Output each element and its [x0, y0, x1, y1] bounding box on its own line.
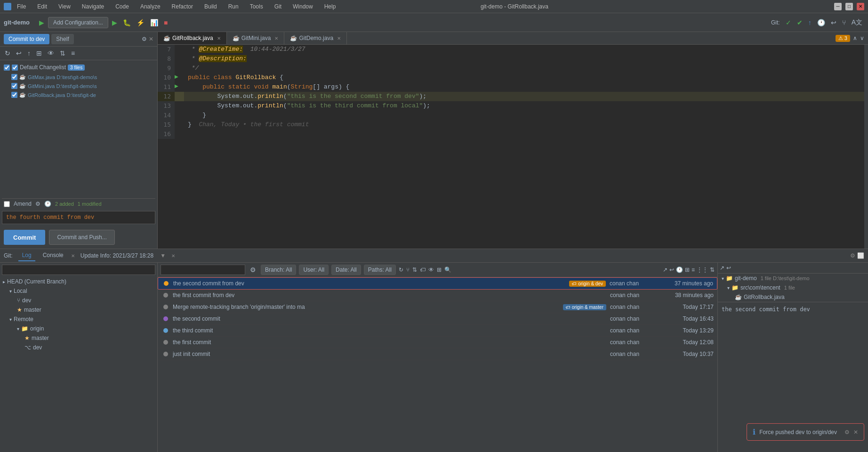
menu-window[interactable]: Window: [291, 2, 315, 11]
git-revert-icon[interactable]: ↩: [829, 17, 838, 28]
expand-right-icon[interactable]: ↗: [720, 265, 724, 271]
git-commit-icon[interactable]: ✓: [784, 17, 793, 28]
close-tab1-icon[interactable]: ✕: [217, 36, 221, 41]
sort-icon[interactable]: ⇅: [58, 48, 67, 58]
git-log-search-input[interactable]: [161, 265, 245, 275]
clock-log-icon[interactable]: 🕐: [676, 266, 683, 273]
eye-icon[interactable]: 👁: [46, 48, 56, 58]
translate-icon[interactable]: A文: [850, 16, 864, 29]
search-icon-log[interactable]: 🔍: [444, 266, 451, 273]
git-check-icon[interactable]: ✔: [795, 17, 804, 28]
filter2-icon[interactable]: ≡: [691, 266, 695, 273]
menu-code[interactable]: Code: [113, 2, 131, 11]
log-row-6[interactable]: the first commit conan chan Today 12:08: [158, 337, 717, 348]
menu-refactor[interactable]: Refactor: [170, 2, 195, 11]
undo-log-icon[interactable]: ↩: [669, 266, 674, 273]
panel-settings-icon[interactable]: ⚙: [142, 36, 147, 42]
menu-navigate[interactable]: Navigate: [80, 2, 106, 11]
commit-and-push-button[interactable]: Commit and Push...: [49, 230, 114, 245]
git-settings-icon[interactable]: ⚙: [850, 252, 855, 259]
add-configuration-button[interactable]: Add Configuration...: [48, 17, 108, 28]
git-tree-head[interactable]: ▸ HEAD (Current Branch): [0, 277, 157, 286]
editor-scrollbar[interactable]: [864, 45, 868, 249]
refresh-icon-log[interactable]: ↻: [399, 266, 403, 273]
menu-git[interactable]: Git: [273, 2, 283, 11]
paths-filter-btn[interactable]: Paths: All: [364, 265, 396, 275]
git-tree-local[interactable]: ▾ Local: [0, 286, 157, 296]
file-item-gitmax[interactable]: ☕ GitMax.java D:\test\git-demo\s: [2, 73, 155, 81]
move-icon[interactable]: ↑: [25, 48, 32, 58]
file-tree-gitrollback[interactable]: ☕ GitRollback.java: [718, 292, 868, 302]
git-tree-branch-dev[interactable]: ⑂ dev: [0, 296, 157, 305]
close-tab2-icon[interactable]: ✕: [274, 36, 278, 41]
merge-icon[interactable]: ⇅: [412, 266, 417, 273]
git-tree-remote[interactable]: ▾ Remote: [0, 315, 157, 324]
play-icon[interactable]: ▶: [110, 17, 119, 28]
eye-icon-log[interactable]: 👁: [428, 266, 434, 273]
git-branch-icon[interactable]: ⑂: [840, 17, 848, 28]
expand-icon[interactable]: ⬜: [857, 252, 864, 259]
diff-icon[interactable]: ⊞: [34, 48, 44, 58]
rollback-icon[interactable]: ↩: [14, 48, 24, 58]
git-tree-remote-dev[interactable]: ⌥ dev: [0, 343, 157, 352]
menu-view[interactable]: View: [56, 2, 72, 11]
menu-edit[interactable]: Edit: [35, 2, 49, 11]
sort-log-icon[interactable]: ⇅: [710, 266, 715, 273]
git-tree-remote-master[interactable]: ★ master: [0, 333, 157, 343]
coverage-icon[interactable]: ⚡: [135, 17, 146, 28]
amend-checkbox[interactable]: [4, 201, 10, 207]
log-row-7[interactable]: just init commit conan chan Today 10:37: [158, 348, 717, 360]
editor-tab-gitdemo[interactable]: ☕ GitDemo.java ✕: [284, 32, 347, 44]
caret-down-icon[interactable]: ∨: [860, 35, 864, 41]
commit-to-dev-tab[interactable]: Commit to dev: [4, 34, 49, 44]
close-button[interactable]: ✕: [857, 3, 864, 10]
git-tree-branch-master[interactable]: ★ master: [0, 305, 157, 315]
user-filter-btn[interactable]: User: All: [299, 265, 329, 275]
file-tree-src[interactable]: ▾ 📁 src\com\tencent 1 file: [718, 283, 868, 292]
run-green-icon[interactable]: ▶: [37, 17, 46, 28]
notification-settings-icon[interactable]: ⚙: [844, 429, 850, 436]
update-info-close-icon[interactable]: ✕: [171, 253, 175, 258]
settings-icon-amend[interactable]: ⚙: [35, 201, 40, 207]
menu-analyze[interactable]: Analyze: [138, 2, 162, 11]
git-tree-search-input[interactable]: [2, 265, 155, 275]
menu-file[interactable]: File: [15, 2, 28, 11]
grid-icon[interactable]: ⊞: [685, 266, 690, 273]
git-history-icon[interactable]: 🕐: [815, 17, 827, 28]
tag-icon[interactable]: 🏷: [420, 266, 426, 273]
editor-tab-gitrollback[interactable]: ☕ GitRollback.java ✕: [158, 32, 227, 44]
columns-icon[interactable]: ⋮⋮: [697, 266, 708, 273]
profile-icon[interactable]: 📊: [148, 17, 160, 28]
menu-tools[interactable]: Tools: [248, 2, 265, 11]
menu-help[interactable]: Help: [322, 2, 338, 11]
log-row-4[interactable]: the second commit conan chan Today 16:43: [158, 313, 717, 325]
log-row-3[interactable]: Merge remote-tracking branch 'origin/mas…: [158, 301, 717, 313]
menu-run[interactable]: Run: [226, 2, 241, 11]
log-settings-icon[interactable]: ⚙: [248, 265, 258, 274]
debug-icon[interactable]: 🐛: [121, 17, 133, 28]
git-tab-console[interactable]: Console: [39, 250, 67, 261]
maximize-button[interactable]: □: [845, 3, 853, 10]
notification-close-icon[interactable]: ✕: [853, 429, 858, 436]
expand-log-icon[interactable]: ↗: [663, 266, 667, 273]
log-row-2[interactable]: the first commit from dev conan chan 38 …: [158, 290, 717, 301]
file-tree-project[interactable]: ▾ 📁 git-demo 1 file D:\test\git-demo: [718, 274, 868, 283]
stop-icon[interactable]: ■: [162, 17, 169, 28]
date-filter-btn[interactable]: Date: All: [331, 265, 361, 275]
filter-icon-log[interactable]: ⊞: [437, 266, 442, 273]
branch-filter-btn[interactable]: Branch: All: [261, 265, 296, 275]
minimize-button[interactable]: ─: [834, 3, 842, 10]
commit-message-field[interactable]: the fourth commit from dev: [2, 211, 155, 224]
git-tab-log[interactable]: Log: [18, 250, 35, 261]
log-row-1[interactable]: the second commit from dev 🏷 origin & de…: [158, 277, 717, 290]
console-close-icon[interactable]: ✕: [71, 253, 75, 258]
git-push-icon[interactable]: ↑: [806, 17, 813, 28]
changelist-check2[interactable]: [12, 65, 18, 71]
undo-right-icon[interactable]: ↩: [726, 265, 731, 271]
file-item-gitrollback[interactable]: ☕ GitRollback.java D:\test\git-de: [2, 90, 155, 99]
caret-up-icon[interactable]: ∧: [853, 35, 857, 41]
shelf-tab[interactable]: Shelf: [51, 34, 73, 44]
changelist-checkbox[interactable]: [4, 65, 10, 71]
panel-close-icon[interactable]: ✕: [149, 36, 153, 42]
editor-tab-gitmini[interactable]: ☕ GitMini.java ✕: [227, 32, 285, 44]
